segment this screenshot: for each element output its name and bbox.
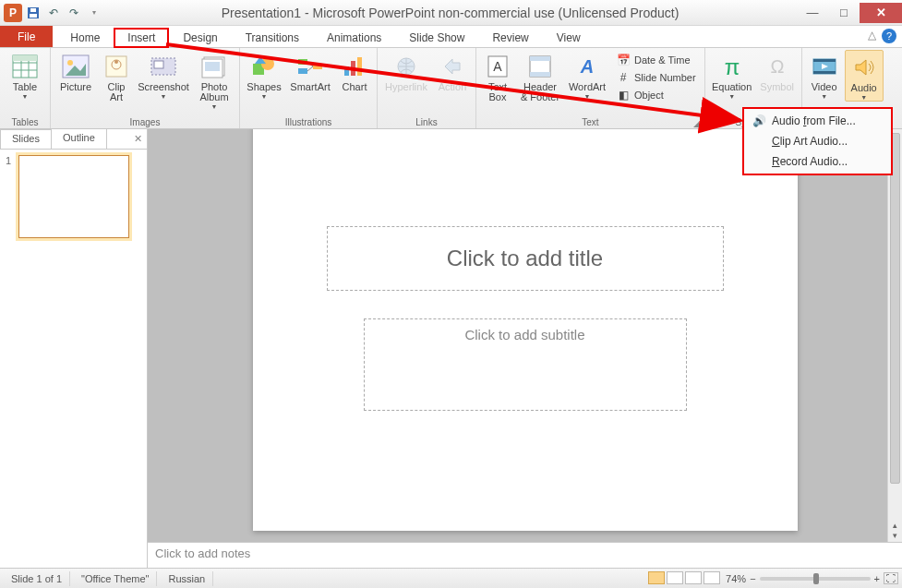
title-placeholder[interactable]: Click to add title xyxy=(327,226,724,291)
work-area: Slides Outline ✕ 1 Click to add title Cl… xyxy=(0,129,902,568)
zoom-in-icon[interactable]: + xyxy=(874,573,880,584)
tab-view[interactable]: View xyxy=(543,28,595,47)
slide-canvas[interactable]: Click to add title Click to add subtitle xyxy=(148,129,902,542)
slidenumber-button[interactable]: #Slide Number xyxy=(613,69,699,86)
text-dialog-launcher-icon[interactable]: ◢ xyxy=(693,120,699,128)
clipart-audio-item[interactable]: Clip Art Audio... xyxy=(746,131,889,151)
wordart-button[interactable]: A WordArt ▼ xyxy=(565,50,609,100)
minimize-ribbon-icon[interactable]: △ xyxy=(868,29,876,43)
tab-home[interactable]: Home xyxy=(56,28,114,47)
tab-animations[interactable]: Animations xyxy=(313,28,395,47)
tab-file[interactable]: File xyxy=(0,26,53,47)
slidenumber-label: Slide Number xyxy=(634,72,696,83)
tab-design[interactable]: Design xyxy=(169,28,231,47)
zoom-slider[interactable] xyxy=(760,577,871,581)
symbol-icon: Ω xyxy=(763,52,792,81)
help-icon[interactable]: ? xyxy=(882,29,896,43)
headerfooter-icon xyxy=(525,52,555,81)
textbox-icon: A xyxy=(483,52,512,81)
tab-transitions[interactable]: Transitions xyxy=(232,28,313,47)
status-theme[interactable]: "Office Theme" xyxy=(74,571,157,586)
headerfooter-button[interactable]: Header & Footer xyxy=(517,50,563,102)
close-pane-icon[interactable]: ✕ xyxy=(128,129,147,149)
zoom-slider-handle[interactable] xyxy=(813,573,819,584)
slideshow-view-icon[interactable] xyxy=(704,571,720,584)
group-illustrations-label: Illustrations xyxy=(285,117,332,127)
smartart-button[interactable]: SmartArt xyxy=(286,50,334,92)
close-button[interactable]: ✕ xyxy=(860,3,902,23)
undo-icon[interactable]: ↶ xyxy=(44,4,63,22)
vertical-scrollbar[interactable]: ▴▾ xyxy=(887,129,902,542)
slide-thumbnail-1[interactable]: 1 xyxy=(6,155,141,238)
tab-insert[interactable]: Insert xyxy=(114,28,169,48)
maximize-button[interactable]: □ xyxy=(828,3,860,23)
clipart-button[interactable]: Clip Art xyxy=(99,50,134,102)
powerpoint-icon[interactable]: P xyxy=(4,4,22,22)
status-language[interactable]: Russian xyxy=(161,571,213,586)
group-images-label: Images xyxy=(130,117,161,127)
video-button[interactable]: Video ▼ xyxy=(806,50,843,100)
sorter-view-icon[interactable] xyxy=(667,571,683,584)
textbox-button[interactable]: A Text Box xyxy=(480,50,515,102)
svg-rect-40 xyxy=(813,59,836,62)
wordart-icon: A xyxy=(572,52,602,81)
tab-slideshow[interactable]: Slide Show xyxy=(395,28,478,47)
fit-to-window-icon[interactable]: ⛶ xyxy=(884,572,898,584)
symbol-label: Symbol xyxy=(760,82,794,92)
subtitle-placeholder[interactable]: Click to add subtitle xyxy=(364,318,687,411)
qat-customize-icon[interactable]: ▾ xyxy=(85,4,103,22)
window-title: Presentation1 - Microsoft PowerPoint non… xyxy=(103,6,797,20)
reading-view-icon[interactable] xyxy=(685,571,702,584)
svg-rect-35 xyxy=(530,72,550,77)
status-slide[interactable]: Slide 1 of 1 xyxy=(4,571,70,586)
photoalbum-button[interactable]: Photo Album ▼ xyxy=(193,50,235,110)
datetime-button[interactable]: 📅Date & Time xyxy=(613,52,699,68)
equation-button[interactable]: π Equation ▼ xyxy=(709,50,755,100)
screenshot-button[interactable]: Screenshot ▼ xyxy=(136,50,191,100)
svg-rect-41 xyxy=(813,71,836,74)
slide[interactable]: Click to add title Click to add subtitle xyxy=(253,129,798,531)
thumbnails: 1 xyxy=(0,150,147,244)
svg-text:A: A xyxy=(580,56,594,77)
outline-tab[interactable]: Outline xyxy=(52,129,107,149)
notes-pane[interactable]: Click to add notes xyxy=(148,542,902,568)
group-text: A Text Box Header & Footer A WordArt ▼ 📅… xyxy=(476,48,705,128)
prev-slide-icon[interactable]: ▴ xyxy=(893,521,897,530)
clipart-label: Clip Art xyxy=(108,82,126,102)
table-button[interactable]: Table ▼ xyxy=(4,50,46,100)
group-text-label: Text xyxy=(582,117,598,127)
picture-button[interactable]: Picture xyxy=(54,50,97,92)
minimize-button[interactable]: — xyxy=(797,3,828,23)
object-button[interactable]: ◧Object xyxy=(613,87,699,103)
audio-from-file-item[interactable]: 🔊 Audio from File... xyxy=(746,111,889,131)
audio-button[interactable]: Audio ▼ xyxy=(845,50,884,102)
svg-rect-24 xyxy=(298,68,307,74)
svg-text:π: π xyxy=(724,54,740,78)
record-audio-item[interactable]: Record Audio... xyxy=(746,151,889,172)
slides-tab[interactable]: Slides xyxy=(0,129,52,149)
group-tables: Table ▼ Tables xyxy=(0,48,51,128)
shapes-label: Shapes xyxy=(247,82,281,92)
svg-rect-19 xyxy=(205,62,220,71)
redo-icon[interactable]: ↷ xyxy=(65,4,83,22)
chart-button[interactable]: Chart xyxy=(336,50,373,92)
wordart-label: WordArt xyxy=(569,82,606,92)
next-slide-icon[interactable]: ▾ xyxy=(893,531,897,540)
scroll-thumb[interactable] xyxy=(890,133,900,484)
zoom-control: 74% − + ⛶ xyxy=(726,572,898,584)
svg-rect-34 xyxy=(530,56,550,61)
table-dropdown-icon: ▼ xyxy=(22,93,29,100)
datetime-icon: 📅 xyxy=(616,53,631,67)
normal-view-icon[interactable] xyxy=(648,571,665,584)
save-icon[interactable] xyxy=(24,4,42,22)
audio-icon xyxy=(849,53,879,82)
svg-rect-25 xyxy=(313,64,322,69)
zoom-out-icon[interactable]: − xyxy=(750,573,755,584)
slides-pane: Slides Outline ✕ 1 xyxy=(0,129,148,568)
svg-rect-12 xyxy=(106,56,126,77)
zoom-level[interactable]: 74% xyxy=(726,573,746,584)
thumb-number: 1 xyxy=(6,155,15,238)
shapes-button[interactable]: Shapes ▼ xyxy=(244,50,284,100)
picture-icon xyxy=(61,52,90,81)
tab-review[interactable]: Review xyxy=(478,28,542,47)
